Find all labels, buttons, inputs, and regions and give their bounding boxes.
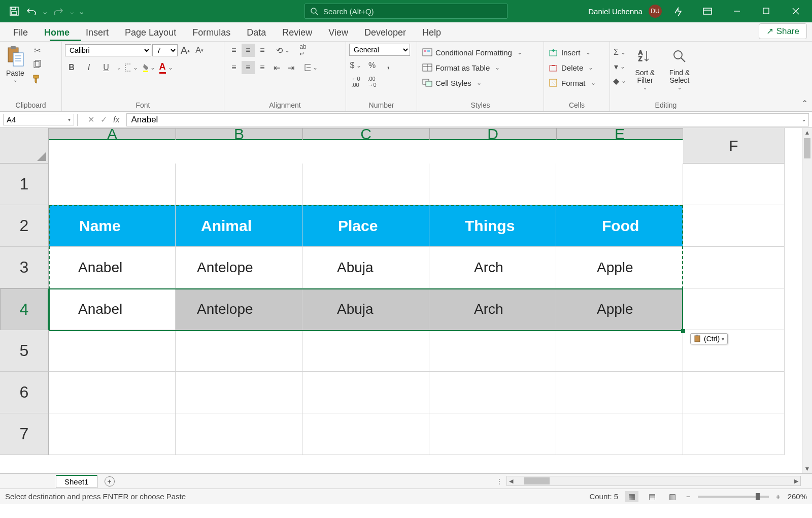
qat-customize-icon[interactable]: ⌄ [77, 7, 86, 16]
autosum-icon[interactable]: Σ [613, 46, 626, 59]
cell-f4[interactable] [683, 288, 785, 330]
maximize-button[interactable] [753, 0, 780, 22]
cell-e3[interactable]: Apple [556, 247, 683, 288]
row-header-7[interactable]: 7 [0, 413, 49, 455]
increase-indent-icon[interactable]: ⇥ [284, 61, 297, 74]
name-box[interactable]: A4▾ [3, 114, 74, 125]
hscroll-thumb[interactable] [524, 477, 550, 484]
cell-b4[interactable]: Antelope [176, 288, 302, 330]
search-box[interactable]: Search (Alt+Q) [304, 4, 507, 19]
cell-d5[interactable] [429, 330, 556, 372]
cell-d3[interactable]: Arch [429, 247, 556, 288]
cell-d1[interactable] [429, 164, 556, 205]
cell-a7[interactable] [49, 413, 176, 455]
increase-font-icon[interactable]: A▴ [179, 44, 192, 57]
col-header-e[interactable]: E [556, 128, 683, 140]
cell-f3[interactable] [683, 247, 785, 288]
tab-data[interactable]: Data [239, 24, 274, 41]
col-header-b[interactable]: B [176, 128, 302, 140]
cell-c7[interactable] [302, 413, 429, 455]
align-top-icon[interactable]: ≡ [227, 44, 241, 57]
find-select-button[interactable]: Find & Select⌄ [664, 44, 695, 92]
scroll-down-icon[interactable]: ▼ [802, 465, 812, 472]
normal-view-icon[interactable]: ▦ [625, 491, 638, 502]
select-all-corner[interactable] [0, 128, 49, 164]
scroll-up-icon[interactable]: ▲ [802, 129, 812, 136]
cell-d6[interactable] [429, 372, 556, 413]
page-layout-view-icon[interactable]: ▤ [646, 491, 659, 502]
sheet-tab-sheet1[interactable]: Sheet1 [56, 475, 97, 488]
redo-icon[interactable] [50, 3, 66, 19]
undo-dropdown-icon[interactable]: ⌄ [41, 7, 49, 16]
cell-c3[interactable]: Abuja [302, 247, 429, 288]
cell-e5[interactable] [556, 330, 683, 372]
font-size-select[interactable]: 7 [152, 44, 178, 56]
tab-formulas[interactable]: Formulas [184, 24, 239, 41]
ribbon-display-icon[interactable] [694, 0, 721, 22]
align-middle-icon[interactable]: ≡ [242, 44, 255, 57]
row-header-4[interactable]: 4 [0, 288, 49, 330]
cell-e4[interactable]: Apple [556, 288, 683, 330]
cell-c6[interactable] [302, 372, 429, 413]
close-button[interactable] [783, 0, 809, 22]
cell-b7[interactable] [176, 413, 302, 455]
col-header-c[interactable]: C [302, 128, 429, 140]
format-painter-icon[interactable] [30, 72, 44, 85]
increase-decimal-icon[interactable]: ←0.00 [349, 75, 362, 88]
collapse-ribbon-icon[interactable]: ⌃ [801, 99, 808, 108]
cell-a5[interactable] [49, 330, 176, 372]
conditional-formatting-button[interactable]: Conditional Formatting [420, 46, 524, 59]
redo-dropdown-icon[interactable]: ⌄ [67, 7, 76, 16]
copy-icon[interactable] [30, 58, 44, 71]
row-header-5[interactable]: 5 [0, 330, 49, 372]
orientation-icon[interactable]: ⟲ [276, 44, 289, 57]
align-bottom-icon[interactable]: ≡ [256, 44, 269, 57]
zoom-slider[interactable] [698, 496, 769, 498]
percent-format-icon[interactable]: % [365, 59, 379, 72]
tab-page-layout[interactable]: Page Layout [117, 24, 184, 41]
zoom-in-icon[interactable]: + [776, 492, 781, 501]
cell-f6[interactable] [683, 372, 785, 413]
new-sheet-button[interactable]: + [105, 476, 115, 487]
cell-e2[interactable]: Food [556, 205, 683, 247]
scroll-thumb[interactable] [804, 138, 810, 158]
cell-e7[interactable] [556, 413, 683, 455]
user-name[interactable]: Daniel Uchenna [588, 7, 642, 16]
grid[interactable]: A B C D E F 1 2 3 4 5 6 7 Name Animal Pl… [0, 128, 802, 473]
row-header-2[interactable]: 2 [0, 205, 49, 247]
tab-file[interactable]: File [5, 24, 36, 41]
fill-handle[interactable] [681, 329, 685, 333]
clear-icon[interactable]: ◆ [613, 74, 626, 87]
cell-styles-button[interactable]: Cell Styles [420, 76, 484, 89]
decrease-decimal-icon[interactable]: .00→0 [365, 75, 379, 88]
page-break-view-icon[interactable]: ▥ [666, 491, 679, 502]
accounting-format-icon[interactable]: $ [349, 59, 362, 72]
zoom-out-icon[interactable]: − [686, 492, 691, 501]
merge-center-icon[interactable] [304, 61, 318, 74]
fx-icon[interactable]: fx [113, 115, 119, 124]
cell-e6[interactable] [556, 372, 683, 413]
cell-a1[interactable] [49, 164, 176, 205]
cell-f7[interactable] [683, 413, 785, 455]
cell-d2[interactable]: Things [429, 205, 556, 247]
cell-b6[interactable] [176, 372, 302, 413]
paste-button[interactable]: Paste ⌄ [3, 44, 27, 92]
row-header-3[interactable]: 3 [0, 247, 49, 288]
italic-button[interactable]: I [82, 61, 95, 74]
cell-b1[interactable] [176, 164, 302, 205]
comma-format-icon[interactable]: , [382, 59, 395, 72]
scroll-left-icon[interactable]: ◀ [507, 478, 515, 484]
cell-e1[interactable] [556, 164, 683, 205]
cell-f1[interactable] [683, 164, 785, 205]
cell-a2[interactable]: Name [49, 205, 176, 247]
align-left-icon[interactable]: ≡ [227, 61, 241, 74]
format-cells-button[interactable]: Format [547, 76, 598, 89]
col-header-d[interactable]: D [429, 128, 556, 140]
cancel-formula-icon[interactable]: ✕ [88, 115, 94, 124]
cell-f2[interactable] [683, 205, 785, 247]
avatar[interactable]: DU [649, 5, 662, 18]
cell-c1[interactable] [302, 164, 429, 205]
horizontal-scrollbar[interactable]: ◀ ▶ [506, 476, 801, 486]
bold-button[interactable]: B [65, 61, 78, 74]
align-center-icon[interactable]: ≡ [242, 61, 255, 74]
